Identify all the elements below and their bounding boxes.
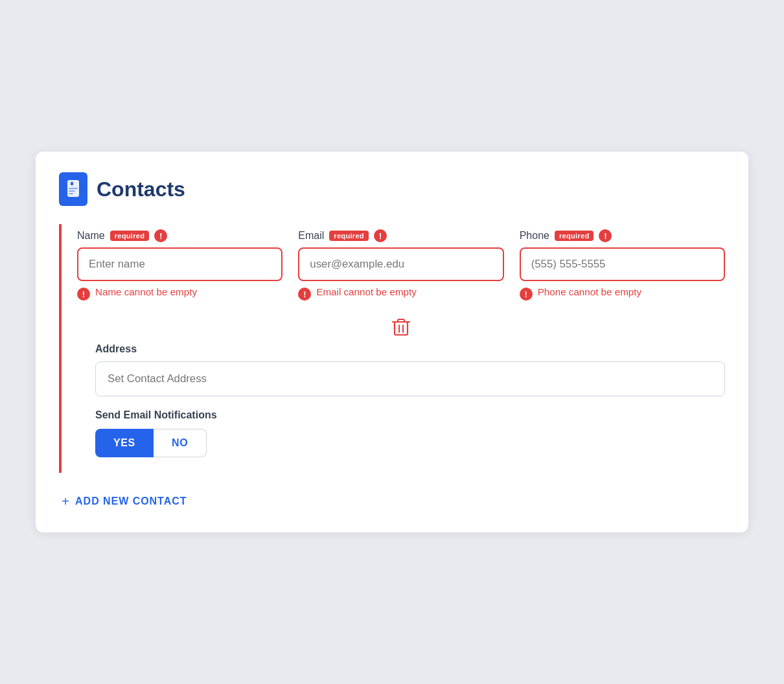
email-input[interactable] xyxy=(298,247,503,281)
page-title: Contacts xyxy=(97,177,185,201)
address-section: Address xyxy=(77,343,725,396)
phone-error-text: Phone cannot be empty xyxy=(538,286,641,297)
name-error: ! Name cannot be empty xyxy=(77,286,282,301)
email-error-text: Email cannot be empty xyxy=(316,286,417,297)
email-label: Email xyxy=(298,230,324,242)
email-label-row: Email required ! xyxy=(298,229,503,242)
phone-required-badge: required xyxy=(555,231,594,241)
fields-row: Name required ! ! Name cannot be empty E… xyxy=(77,229,725,301)
address-label: Address xyxy=(95,343,725,355)
notifications-yes-button[interactable]: YES xyxy=(95,429,154,457)
name-error-icon: ! xyxy=(77,288,90,301)
add-contact-label: ADD NEW CONTACT xyxy=(75,496,187,507)
add-contact-row: + ADD NEW CONTACT xyxy=(59,494,725,509)
notifications-toggle: YES NO xyxy=(95,429,725,457)
email-required-badge: required xyxy=(329,231,369,241)
svg-rect-5 xyxy=(395,322,408,335)
phone-error: ! Phone cannot be empty xyxy=(520,286,725,301)
phone-label-row: Phone required ! xyxy=(520,229,725,242)
email-field-group: Email required ! ! Email cannot be empty xyxy=(298,229,503,301)
svg-rect-4 xyxy=(69,193,73,194)
name-error-text: Name cannot be empty xyxy=(95,286,197,297)
email-exclaim-icon: ! xyxy=(374,229,387,242)
contacts-card: Contacts Name required ! ! Name cannot b… xyxy=(36,152,748,532)
add-contact-button[interactable]: + ADD NEW CONTACT xyxy=(62,494,187,509)
phone-field-group: Phone required ! ! Phone cannot be empty xyxy=(520,229,725,301)
contact-section: Name required ! ! Name cannot be empty E… xyxy=(59,224,725,473)
phone-error-icon: ! xyxy=(520,288,533,301)
svg-rect-3 xyxy=(69,190,75,192)
notifications-section: Send Email Notifications YES NO xyxy=(77,409,725,457)
svg-rect-2 xyxy=(69,188,78,189)
contacts-icon xyxy=(59,172,87,206)
name-required-badge: required xyxy=(110,231,150,241)
name-exclaim-icon: ! xyxy=(154,229,167,242)
plus-icon: + xyxy=(62,494,70,509)
name-field-group: Name required ! ! Name cannot be empty xyxy=(77,229,282,301)
notifications-no-button[interactable]: NO xyxy=(154,429,207,457)
email-error-icon: ! xyxy=(298,288,311,301)
delete-row xyxy=(77,314,725,341)
notifications-label: Send Email Notifications xyxy=(95,409,725,421)
address-input[interactable] xyxy=(95,361,725,396)
svg-rect-1 xyxy=(71,182,73,185)
email-error: ! Email cannot be empty xyxy=(298,286,503,301)
card-header: Contacts xyxy=(59,172,725,206)
name-label: Name xyxy=(77,230,105,242)
phone-label: Phone xyxy=(520,230,549,242)
phone-exclaim-icon: ! xyxy=(599,229,612,242)
name-input[interactable] xyxy=(77,247,282,281)
name-label-row: Name required ! xyxy=(77,229,282,242)
phone-input[interactable] xyxy=(520,247,725,281)
delete-contact-button[interactable] xyxy=(388,314,414,341)
